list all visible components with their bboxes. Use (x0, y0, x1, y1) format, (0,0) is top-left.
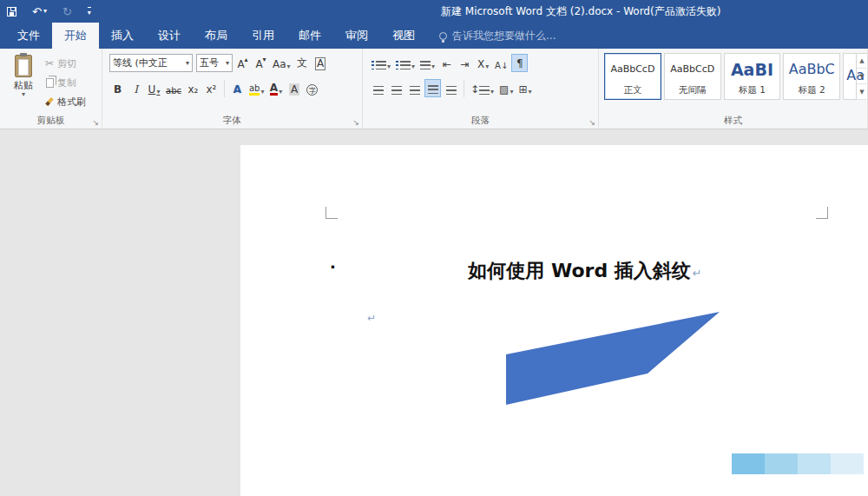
subscript-button[interactable]: x₂ (185, 79, 201, 97)
paste-clipboard-icon (15, 55, 32, 77)
increase-indent-icon: ⇥ (461, 58, 470, 70)
clipboard-group-label: 剪贴板 (0, 115, 102, 127)
justify-button[interactable] (424, 79, 441, 97)
style-preview: AaBbCcD (610, 54, 654, 84)
watermark-block (798, 453, 831, 474)
underline-button[interactable]: U▾ (146, 79, 162, 97)
chevron-down-icon: ▾ (529, 89, 532, 96)
character-shading-button[interactable]: A (286, 79, 302, 97)
cut-button[interactable]: ✂剪切 (45, 55, 86, 72)
style-heading-1[interactable]: AaBI 标题 1 (724, 53, 781, 100)
shading-button[interactable]: ▨▾ (497, 79, 515, 97)
ribbon-tab-row: 文件 开始 插入 设计 布局 引用 邮件 审阅 视图 告诉我您想要做什么... (0, 23, 868, 49)
format-painter-button[interactable]: 格式刷 (45, 93, 86, 110)
tab-references[interactable]: 引用 (240, 23, 286, 49)
style-heading-2[interactable]: AaBbC 标题 2 (783, 53, 840, 100)
text-effects-button[interactable]: A (229, 79, 246, 97)
tab-layout[interactable]: 布局 (193, 23, 240, 49)
gallery-up-icon[interactable]: ▲ (857, 53, 867, 69)
bullets-icon (372, 61, 386, 70)
document-title: 如何使用 Word 插入斜纹↵ (342, 258, 828, 284)
paste-button[interactable]: 粘贴▾ (5, 53, 42, 110)
italic-button[interactable]: I (128, 79, 144, 97)
phonetic-guide-button[interactable]: 文 (294, 54, 311, 72)
multilevel-list-button[interactable]: ▾ (418, 54, 437, 72)
align-center-button[interactable] (388, 79, 404, 97)
document-page[interactable]: · 如何使用 Word 插入斜纹↵ ↵ (240, 145, 868, 496)
customize-qat-button[interactable]: ▾ (88, 7, 91, 17)
text-highlight-button[interactable]: ab▾ (247, 79, 266, 97)
grow-font-button[interactable]: A▴ (234, 54, 251, 72)
format-painter-label: 格式刷 (57, 96, 86, 109)
format-painter-icon (45, 97, 53, 106)
chevron-down-icon: ▾ (226, 60, 229, 67)
paragraph-mark-icon: ↵ (693, 267, 702, 280)
font-color-icon: A (270, 83, 278, 96)
style-normal[interactable]: AaBbCcD 正文 (604, 53, 661, 100)
distribute-button[interactable] (443, 79, 459, 97)
lines-icon (479, 86, 490, 96)
enclose-characters-button[interactable]: 字 (304, 79, 320, 97)
show-hide-marks-button[interactable]: ¶ (511, 54, 528, 72)
gallery-down-icon[interactable]: ▼ (857, 69, 867, 84)
tab-insert[interactable]: 插入 (99, 23, 146, 49)
decrease-indent-button[interactable]: ⇤ (438, 54, 455, 72)
font-group: 等线 (中文正▾ 五号▾ A▴ A▾ Aa▾ 文 A B I U▾ abc x₂… (102, 49, 363, 129)
asian-layout-button[interactable]: X▾ (475, 54, 491, 72)
undo-button[interactable]: ↶▾ (32, 5, 47, 18)
enclose-characters-icon: 字 (306, 84, 318, 96)
document-title-text: 如何使用 Word 插入斜纹 (468, 260, 691, 281)
align-right-button[interactable] (406, 79, 423, 97)
align-center-icon (391, 86, 402, 96)
style-name: 无间隔 (679, 84, 707, 96)
bold-button[interactable]: B (109, 79, 126, 97)
increase-indent-button[interactable]: ⇥ (457, 54, 473, 72)
style-no-spacing[interactable]: AaBbCcD 无间隔 (664, 53, 721, 100)
superscript-button[interactable]: x² (203, 79, 220, 97)
font-dialog-launcher-icon[interactable]: ↘ (352, 119, 359, 127)
sort-button[interactable]: A↓ (493, 54, 510, 72)
align-left-button[interactable] (370, 79, 386, 97)
font-name-value: 等线 (中文正 (113, 56, 168, 69)
tab-mailings[interactable]: 邮件 (286, 23, 333, 49)
grow-font-icon: A (237, 58, 244, 70)
paragraph-dialog-launcher-icon[interactable]: ↘ (589, 119, 595, 127)
strikethrough-button[interactable]: abc (164, 79, 183, 97)
chevron-down-icon: ▾ (260, 89, 264, 96)
shrink-font-button[interactable]: A▾ (253, 54, 269, 72)
tab-review[interactable]: 审阅 (333, 23, 380, 49)
font-group-label: 字体 (102, 115, 362, 127)
change-case-button[interactable]: Aa▾ (271, 54, 293, 72)
gallery-more-icon[interactable]: ▼ (857, 84, 867, 100)
character-shading-icon: A (289, 83, 299, 96)
bullets-button[interactable]: ▾ (370, 54, 392, 72)
font-color-button[interactable]: A▾ (267, 79, 284, 97)
diagonal-stripe-shape[interactable] (501, 306, 727, 414)
separator (224, 80, 225, 97)
copy-button[interactable]: 复制 (45, 74, 86, 91)
font-name-combobox[interactable]: 等线 (中文正▾ (109, 54, 193, 72)
character-border-button[interactable]: A (312, 54, 329, 72)
borders-button[interactable]: ⊞▾ (516, 79, 533, 97)
diagonal-stripe-polygon[interactable] (506, 312, 720, 405)
tab-design[interactable]: 设计 (146, 23, 193, 49)
line-spacing-button[interactable]: ↕▾ (469, 79, 496, 97)
tab-file[interactable]: 文件 (5, 23, 52, 49)
margin-cropmark-topleft-icon (326, 207, 338, 219)
repeat-button[interactable]: ↻ (62, 5, 72, 18)
style-preview: AaBbC (789, 54, 835, 84)
watermark-block (831, 453, 864, 474)
clipboard-dialog-launcher-icon[interactable]: ↘ (92, 119, 99, 127)
tell-me-box[interactable]: 告诉我您想要做什么... (431, 23, 564, 49)
chevron-down-icon: ▾ (490, 89, 494, 96)
change-case-icon: Aa (273, 58, 286, 70)
font-size-combobox[interactable]: 五号▾ (196, 54, 233, 72)
save-button[interactable] (7, 7, 16, 17)
numbering-button[interactable]: ▾ (394, 54, 417, 72)
chevron-down-icon: ▾ (279, 89, 282, 96)
document-bullet: · (330, 258, 336, 276)
tab-view[interactable]: 视图 (380, 23, 427, 49)
lightbulb-icon (439, 32, 447, 40)
highlight-icon: ab (249, 84, 260, 96)
tab-home[interactable]: 开始 (52, 23, 99, 49)
